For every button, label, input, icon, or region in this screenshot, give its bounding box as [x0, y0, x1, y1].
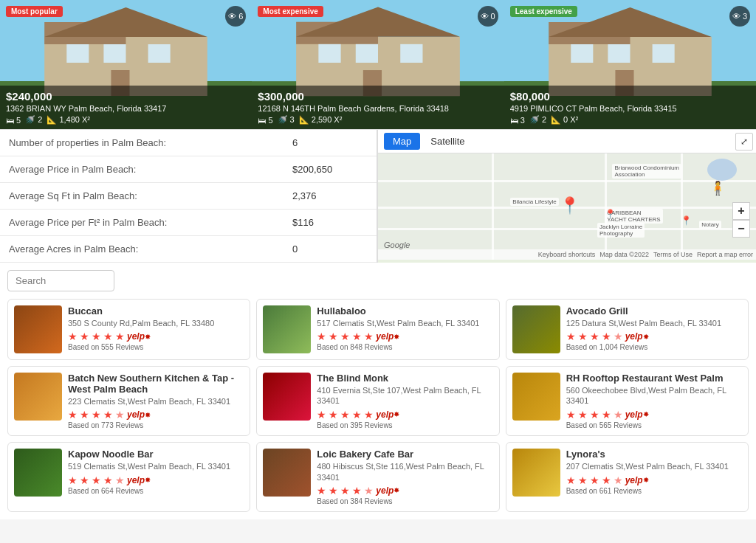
restaurant-info: Batch New Southern Kitchen & Tap - West …	[68, 373, 244, 429]
yelp-burst-icon: ✸	[145, 333, 151, 341]
map-terms[interactable]: Terms of Use	[653, 251, 693, 258]
property-details: 🛏 5 🚿 2 📐 1,480 X²	[6, 115, 246, 125]
stat-label: Average Sq Ft in Palm Beach:	[0, 183, 284, 210]
star-icon: ★	[602, 474, 611, 486]
restaurant-name: RH Rooftop Restaurant West Palm	[566, 373, 742, 384]
restaurant-image	[263, 305, 311, 353]
map-report-error[interactable]: Report a map error	[697, 251, 753, 258]
yelp-burst-icon: ✸	[643, 333, 649, 341]
star-icon: ★	[578, 409, 588, 421]
yelp-burst-icon: ✸	[643, 410, 649, 418]
restaurant-name: Loic Bakery Cafe Bar	[317, 449, 492, 460]
restaurant-image	[512, 373, 560, 421]
map-data-info: Map data ©2022	[599, 251, 649, 258]
property-badge: Least expensive	[510, 6, 577, 17]
restaurant-info: Kapow Noodle Bar 519 Clematis St,West Pa…	[68, 449, 244, 494]
stats-row: Average Acres in Palm Beach: 0	[0, 236, 377, 263]
property-card[interactable]: Most expensive👁 0 $300,000 12168 N 146TH…	[252, 0, 504, 129]
restaurant-section: Buccan 350 S County Rd,Palm Beach, FL 33…	[0, 263, 756, 519]
search-input[interactable]	[7, 270, 114, 291]
map-zoom-in[interactable]: +	[732, 202, 750, 220]
property-price: $240,000	[6, 90, 246, 103]
restaurant-name: Buccan	[68, 305, 244, 317]
yelp-text: yelp	[127, 331, 145, 342]
restaurant-name: Lynora's	[566, 449, 742, 460]
reviews-count: Based on 661 Reviews	[566, 487, 742, 495]
restaurant-card[interactable]: Hullabaloo 517 Clematis St,West Palm Bea…	[256, 299, 499, 360]
star-icon: ★	[578, 474, 588, 486]
restaurant-card[interactable]: Lynora's 207 Clematis St,West Palm Beach…	[506, 442, 749, 512]
stats-row: Average Price per Ft² in Palm Beach: $11…	[0, 210, 377, 236]
half-star-icon: ★	[614, 409, 623, 421]
stars-row: ★★★★★ yelp✸	[68, 409, 244, 421]
property-image: Most expensive👁 0 $300,000 12168 N 146TH…	[252, 0, 504, 129]
star-icon: ★	[352, 485, 362, 497]
stars-row: ★★★★★ yelp✸	[68, 474, 244, 486]
tab-map[interactable]: Map	[384, 133, 420, 150]
property-badge: Most expensive	[258, 6, 323, 17]
restaurant-grid: Buccan 350 S County Rd,Palm Beach, FL 33…	[7, 299, 749, 512]
stat-label: Average Price per Ft² in Palm Beach:	[0, 210, 284, 236]
stars-row: ★★★★★ yelp✸	[317, 409, 492, 421]
yelp-text: yelp	[625, 409, 643, 420]
yelp-logo: yelp✸	[625, 475, 649, 485]
restaurant-address: 223 Clematis St,West Palm Beach, FL 3340…	[68, 396, 244, 407]
sqft: 📐 1,480 X²	[47, 115, 90, 125]
restaurant-info: The Blind Monk 410 Evernia St,Ste 107,We…	[317, 373, 492, 429]
star-icon: ★	[80, 474, 89, 486]
star-icon: ★	[602, 331, 611, 342]
star-icon: ★	[329, 331, 338, 342]
restaurant-card[interactable]: Batch New Southern Kitchen & Tap - West …	[7, 366, 250, 436]
map-keyboard-shortcuts[interactable]: Keyboard shortcuts	[538, 251, 596, 258]
restaurant-card[interactable]: Loic Bakery Cafe Bar 480 Hibiscus St,Ste…	[256, 442, 499, 512]
restaurant-card[interactable]: Kapow Noodle Bar 519 Clematis St,West Pa…	[7, 442, 250, 512]
stars-row: ★★★★★ yelp✸	[317, 485, 492, 497]
restaurant-card[interactable]: The Blind Monk 410 Evernia St,Ste 107,We…	[256, 366, 499, 436]
map-canvas: Briarwood CondominiumAssociation Bilanci…	[378, 153, 756, 260]
baths: 🚿 2	[529, 115, 546, 125]
star-icon: ★	[364, 409, 374, 421]
map-expand-button[interactable]: ⤢	[735, 133, 753, 151]
star-icon: ★	[602, 409, 611, 421]
restaurant-info: RH Rooftop Restaurant West Palm 560 Okee…	[566, 373, 742, 429]
property-details: 🛏 3 🚿 2 📐 0 X²	[510, 115, 750, 125]
restaurant-address: 125 Datura St,West Palm Beach, FL 33401	[566, 318, 742, 328]
beds: 🛏 5	[258, 116, 272, 125]
reviews-count: Based on 848 Reviews	[317, 343, 492, 351]
half-star-icon: ★	[115, 474, 125, 486]
stat-value: 2,376	[284, 183, 377, 210]
stats-row: Number of properties in Palm Beach: 6	[0, 130, 377, 156]
map-zoom-out[interactable]: −	[732, 220, 750, 238]
star-icon: ★	[92, 331, 101, 342]
restaurant-address: 207 Clematis St,West Palm Beach, FL 3340…	[566, 461, 742, 471]
property-price: $300,000	[258, 90, 498, 103]
map-person-icon: 🧍	[709, 180, 726, 196]
reviews-count: Based on 664 Reviews	[68, 487, 244, 495]
map-label-jacklyn: Jacklyn LorrainePhotography	[597, 223, 645, 238]
tab-satellite[interactable]: Satellite	[422, 133, 473, 150]
restaurant-address: 517 Clematis St,West Palm Beach, FL 3340…	[317, 318, 492, 328]
google-logo: Google	[384, 241, 410, 249]
star-icon: ★	[103, 409, 113, 421]
property-card[interactable]: Most popular👁 6 $240,000 1362 BRIAN WY P…	[0, 0, 252, 129]
yelp-logo: yelp✸	[625, 331, 649, 342]
star-icon: ★	[590, 409, 599, 421]
restaurant-card[interactable]: RH Rooftop Restaurant West Palm 560 Okee…	[506, 366, 749, 436]
star-icon: ★	[364, 331, 374, 342]
reviews-count: Based on 384 Reviews	[317, 497, 492, 505]
half-star-icon: ★	[614, 331, 623, 342]
restaurant-name: Hullabaloo	[317, 305, 492, 317]
property-card[interactable]: Least expensive👁 3 $80,000 4919 PIMLICO …	[504, 0, 756, 129]
star-icon: ★	[68, 331, 78, 342]
restaurant-card[interactable]: Avocado Grill 125 Datura St,West Palm Be…	[506, 299, 749, 360]
sqft: 📐 0 X²	[551, 115, 578, 125]
star-icon: ★	[566, 409, 576, 421]
reviews-count: Based on 395 Reviews	[317, 421, 492, 429]
restaurant-address: 410 Evernia St,Ste 107,West Palm Beach, …	[317, 385, 492, 407]
reviews-count: Based on 555 Reviews	[68, 343, 244, 351]
star-icon: ★	[317, 409, 326, 421]
stat-value: $200,650	[284, 156, 377, 183]
restaurant-card[interactable]: Buccan 350 S County Rd,Palm Beach, FL 33…	[7, 299, 250, 360]
yelp-text: yelp	[127, 475, 145, 485]
star-icon: ★	[566, 474, 576, 486]
